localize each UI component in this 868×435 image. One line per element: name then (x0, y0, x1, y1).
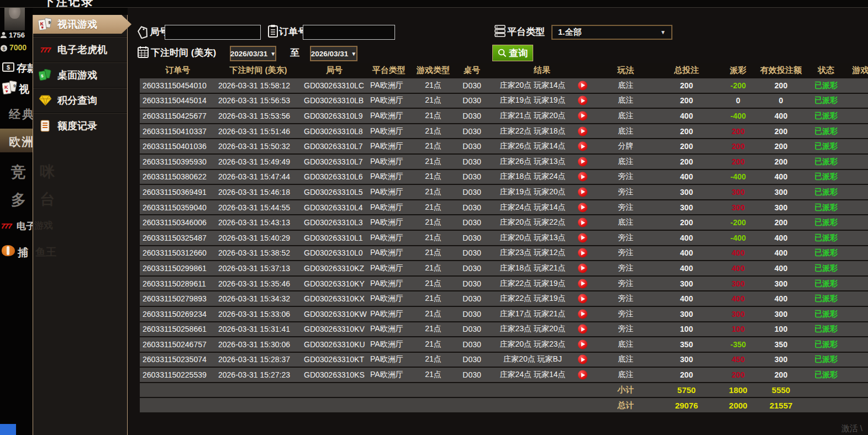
cell-result: 庄家20点 玩家14点 (487, 78, 597, 93)
cell-order-no: 260331150258661 (140, 322, 215, 337)
cell-status: 已派彩 (804, 124, 848, 139)
cell-round-no: GD030263310L8 (301, 124, 367, 139)
cell-total-bet: 200 (655, 154, 718, 169)
cell-table-no: D030 (456, 246, 487, 261)
cell-bet-time: 2026-03-31 15:27:23 (215, 367, 301, 383)
play-video-button[interactable] (578, 111, 587, 120)
cell-order-no: 260331150225539 (140, 367, 215, 383)
cell-total-bet: 200 (655, 215, 718, 230)
cell-payout: -400 (718, 108, 758, 124)
cell-game-type: 21点 (410, 215, 456, 230)
duo-nav[interactable]: 多 (11, 190, 26, 210)
jing-nav[interactable]: 竞 (11, 162, 26, 182)
cell-table-no: D030 (456, 78, 487, 93)
grand-total-row-value: 29076 (655, 397, 718, 413)
cell-play: 底注 (597, 78, 655, 93)
empty-cell (215, 383, 301, 398)
slot-777-icon: 777 (1, 222, 12, 230)
cell-game-type: 21点 (410, 93, 456, 109)
play-video-button[interactable] (578, 339, 587, 349)
cell-play: 底注 (597, 337, 655, 352)
table-row: 2603311504103372026-03-31 15:51:46GD0302… (140, 124, 868, 139)
play-video-button[interactable] (578, 172, 587, 182)
cell-table-no: D030 (456, 306, 487, 322)
col-header-10: 派彩 (718, 63, 758, 78)
cell-payout: 450 (718, 352, 758, 368)
cell-result: 庄家21点 玩家20点 (487, 108, 597, 124)
cell-platform: PA欧洲厅 (367, 154, 410, 169)
cell-bet-time: 2026-03-31 15:30:06 (215, 337, 301, 352)
sidebar-item-3[interactable]: $桌面游戏 (33, 66, 128, 84)
cell-payout: -200 (718, 78, 758, 93)
play-video-button[interactable] (578, 325, 587, 334)
cell-platform: PA欧洲厅 (367, 291, 410, 306)
empty-cell (848, 383, 868, 398)
cell-payout: 300 (718, 276, 758, 291)
play-video-button[interactable] (578, 81, 587, 90)
platform-type-dropdown[interactable]: 1.全部 ▼ (551, 25, 672, 40)
grand-total-row: 总计29076200021557 (140, 397, 868, 413)
classic-nav[interactable]: 经典 (9, 107, 35, 122)
table-row: 2603311504256772026-03-31 15:53:56GD0302… (140, 108, 868, 124)
cell-table-no: D030 (456, 108, 487, 124)
play-video-button[interactable] (578, 309, 587, 319)
play-video-button[interactable] (578, 233, 587, 242)
play-video-button[interactable] (578, 294, 587, 304)
cell-game (848, 200, 868, 215)
cell-round-no: GD030263310KZ (301, 261, 367, 276)
table-games-icon: $ (38, 68, 52, 82)
platform-type-label: 平台类型 (507, 25, 545, 38)
play-video-button[interactable] (578, 96, 587, 105)
play-video-button[interactable] (578, 248, 587, 258)
cell-payout: 200 (718, 124, 758, 139)
online-users-stat: 1756 (0, 31, 25, 39)
play-video-button[interactable] (578, 279, 587, 288)
empty-cell (848, 397, 868, 413)
cell-game (848, 230, 868, 246)
table-row: 2603311503806222026-03-31 15:47:44GD0302… (140, 169, 868, 185)
cell-order-no: 260331150289611 (140, 276, 215, 291)
cell-status: 已派彩 (804, 261, 848, 276)
order-no-input[interactable] (303, 25, 395, 40)
sidebar-item-4[interactable]: 积分查询 (33, 91, 128, 110)
date-from-picker[interactable]: 2026/03/31▼ (230, 46, 276, 61)
date-to-picker[interactable]: 2026/03/31▼ (310, 46, 357, 61)
document-icon (38, 119, 52, 132)
sidebar-item-5[interactable]: 额度记录 (33, 116, 128, 135)
cell-round-no: GD030263310KS (301, 367, 367, 383)
cell-valid-bet: 400 (758, 261, 804, 276)
fishing-king-nav[interactable]: 捕 (18, 246, 28, 260)
empty-cell (487, 383, 597, 398)
cell-status: 已派彩 (804, 276, 848, 291)
play-video-button[interactable] (578, 157, 587, 166)
cell-platform: PA欧洲厅 (367, 230, 410, 246)
play-video-button[interactable] (578, 355, 587, 364)
search-button[interactable]: 查询 (492, 45, 533, 61)
cell-order-no: 260331150410337 (140, 124, 215, 139)
cell-play: 底注 (597, 352, 655, 368)
cell-result: 庄家20点 玩家13点 (487, 230, 597, 246)
cell-order-no: 260331150401036 (140, 139, 215, 154)
page-title: 下注记录 (43, 0, 94, 8)
cell-table-no: D030 (456, 154, 487, 169)
cell-payout: -200 (718, 215, 758, 230)
play-video-button[interactable] (578, 187, 587, 197)
play-video-button[interactable] (578, 263, 587, 273)
cell-play: 底注 (597, 367, 655, 383)
europe-nav[interactable]: 欧洲 (9, 134, 34, 150)
play-video-button[interactable] (578, 142, 587, 151)
cell-game-type: 21点 (410, 154, 456, 169)
play-video-button[interactable] (578, 218, 587, 227)
cell-bet-time: 2026-03-31 15:53:56 (215, 108, 301, 124)
cell-valid-bet: 300 (758, 306, 804, 322)
play-video-button[interactable] (578, 126, 587, 136)
round-no-input[interactable] (165, 25, 261, 40)
svg-text:9: 9 (13, 83, 16, 88)
cell-platform: PA欧洲厅 (367, 322, 410, 337)
play-video-button[interactable] (578, 370, 587, 380)
sidebar-item-1[interactable]: 9K♥视讯游戏 (33, 15, 131, 34)
play-video-button[interactable] (578, 203, 587, 212)
taskbar-blue-chip[interactable] (0, 424, 16, 435)
sidebar-item-2[interactable]: 777电子老虎机 (33, 40, 128, 59)
video-nav-partial[interactable]: 视 (19, 82, 29, 97)
